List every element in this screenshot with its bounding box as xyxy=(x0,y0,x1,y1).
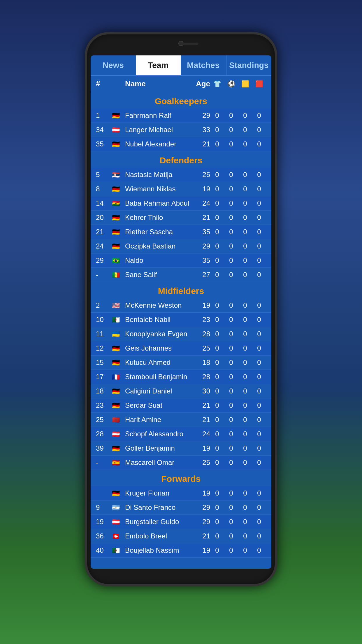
tab-news[interactable]: News xyxy=(91,55,136,75)
player-name: Nubel Alexander xyxy=(125,140,191,148)
player-stat-red: 0 xyxy=(252,242,266,250)
player-age: 19 xyxy=(191,444,210,452)
tab-matches[interactable]: Matches xyxy=(181,55,226,75)
player-stat-goals: 0 xyxy=(224,199,238,207)
table-row: 40 🇩🇿 Boujellab Nassim 19 0 0 0 0 xyxy=(91,543,271,558)
player-stat-shirt: 0 xyxy=(210,242,224,250)
player-age: 25 xyxy=(191,171,210,179)
player-stat-goals: 0 xyxy=(224,518,238,526)
player-number: 40 xyxy=(96,546,112,554)
table-row: 19 🇦🇹 Burgstaller Guido 29 0 0 0 0 xyxy=(91,515,271,529)
player-name: Langer Michael xyxy=(125,126,191,134)
player-age: 29 xyxy=(191,503,210,512)
player-flag: 🇩🇪 xyxy=(112,489,125,497)
table-row: 15 🇩🇪 Kutucu Ahmed 18 0 0 0 0 xyxy=(91,356,271,370)
player-number: - xyxy=(96,271,112,279)
player-name: Burgstaller Guido xyxy=(125,518,191,526)
player-flag: 🇷🇸 xyxy=(112,171,125,179)
player-number: 21 xyxy=(96,228,112,236)
player-age: 21 xyxy=(191,532,210,540)
tab-team[interactable]: Team xyxy=(136,55,181,75)
player-name: Baba Rahman Abdul xyxy=(125,199,191,207)
player-stat-yellow: 0 xyxy=(238,387,252,395)
player-stat-red: 0 xyxy=(252,503,266,512)
player-name: Naldo xyxy=(125,256,191,265)
col-header-num: # xyxy=(96,79,112,88)
player-number: 8 xyxy=(96,185,112,193)
player-stat-shirt: 0 xyxy=(210,185,224,193)
player-age: 19 xyxy=(191,489,210,497)
player-stat-yellow: 0 xyxy=(238,416,252,424)
table-row: 35 🇩🇪 Nubel Alexander 21 0 0 0 0 xyxy=(91,137,271,151)
player-stat-shirt: 0 xyxy=(210,416,224,424)
player-stat-red: 0 xyxy=(252,301,266,309)
player-stat-shirt: 0 xyxy=(210,459,224,467)
player-name: Embolo Breel xyxy=(125,532,191,540)
player-stat-red: 0 xyxy=(252,444,266,452)
player-name: Schopf Alessandro xyxy=(125,430,191,438)
table-row: 20 🇩🇪 Kehrer Thilo 21 0 0 0 0 xyxy=(91,211,271,225)
player-stat-shirt: 0 xyxy=(210,271,224,279)
player-stat-yellow: 0 xyxy=(238,199,252,207)
player-stat-yellow: 0 xyxy=(238,271,252,279)
player-stat-shirt: 0 xyxy=(210,444,224,452)
player-stat-yellow: 0 xyxy=(238,503,252,512)
player-stat-goals: 0 xyxy=(224,256,238,265)
player-age: 24 xyxy=(191,430,210,438)
player-stat-yellow: 0 xyxy=(238,171,252,179)
player-age: 29 xyxy=(191,518,210,526)
table-row: 17 🇫🇷 Stambouli Benjamin 28 0 0 0 0 xyxy=(91,370,271,384)
player-stat-shirt: 0 xyxy=(210,489,224,497)
player-flag: 🇩🇪 xyxy=(112,214,125,222)
player-age: 27 xyxy=(191,271,210,279)
player-number: 15 xyxy=(96,358,112,367)
player-stat-red: 0 xyxy=(252,373,266,381)
player-stat-goals: 0 xyxy=(224,416,238,424)
player-stat-red: 0 xyxy=(252,489,266,497)
player-number: 24 xyxy=(96,242,112,250)
player-stat-yellow: 0 xyxy=(238,532,252,540)
table-row: 34 🇦🇹 Langer Michael 33 0 0 0 0 xyxy=(91,123,271,137)
player-name: Sane Salif xyxy=(125,271,191,279)
table-row: 11 🇺🇦 Konoplyanka Evgen 28 0 0 0 0 xyxy=(91,327,271,341)
player-number: 28 xyxy=(96,430,112,438)
player-flag: 🇦🇹 xyxy=(112,518,125,526)
player-name: Boujellab Nassim xyxy=(125,546,191,554)
tab-standings[interactable]: Standings xyxy=(226,55,272,75)
tab-bar: News Team Matches Standings xyxy=(91,55,271,76)
player-stat-red: 0 xyxy=(252,126,266,134)
player-name: Di Santo Franco xyxy=(125,503,191,512)
player-stat-shirt: 0 xyxy=(210,171,224,179)
player-flag: 🇩🇪 xyxy=(112,444,125,452)
player-stat-yellow: 0 xyxy=(238,111,252,120)
player-name: McKennie Weston xyxy=(125,301,191,309)
col-header-age: Age xyxy=(191,79,210,88)
player-stat-yellow: 0 xyxy=(238,344,252,352)
player-stat-shirt: 0 xyxy=(210,111,224,120)
player-flag: 🇸🇳 xyxy=(112,271,125,279)
player-stat-goals: 0 xyxy=(224,228,238,236)
phone-speaker xyxy=(181,43,198,45)
table-row: 24 🇩🇪 Oczipka Bastian 29 0 0 0 0 xyxy=(91,239,271,253)
player-stat-yellow: 0 xyxy=(238,242,252,250)
player-flag: 🇨🇭 xyxy=(112,532,125,540)
player-flag: 🇩🇪 xyxy=(112,185,125,193)
player-stat-yellow: 0 xyxy=(238,256,252,265)
player-number: 5 xyxy=(96,171,112,179)
player-stat-red: 0 xyxy=(252,358,266,367)
player-stat-shirt: 0 xyxy=(210,518,224,526)
player-stat-shirt: 0 xyxy=(210,503,224,512)
player-flag: 🇪🇸 xyxy=(112,459,125,467)
table-row: 21 🇩🇪 Riether Sascha 35 0 0 0 0 xyxy=(91,225,271,239)
player-stat-shirt: 0 xyxy=(210,387,224,395)
player-stat-yellow: 0 xyxy=(238,228,252,236)
player-name: Bentaleb Nabil xyxy=(125,316,191,324)
player-number: 29 xyxy=(96,256,112,265)
player-stat-red: 0 xyxy=(252,330,266,338)
player-age: 18 xyxy=(191,358,210,367)
player-number: 9 xyxy=(96,503,112,512)
player-flag: 🇩🇪 xyxy=(112,387,125,395)
player-age: 21 xyxy=(191,140,210,148)
player-name: Harit Amine xyxy=(125,416,191,424)
table-row: 18 🇩🇪 Caligiuri Daniel 30 0 0 0 0 xyxy=(91,384,271,398)
